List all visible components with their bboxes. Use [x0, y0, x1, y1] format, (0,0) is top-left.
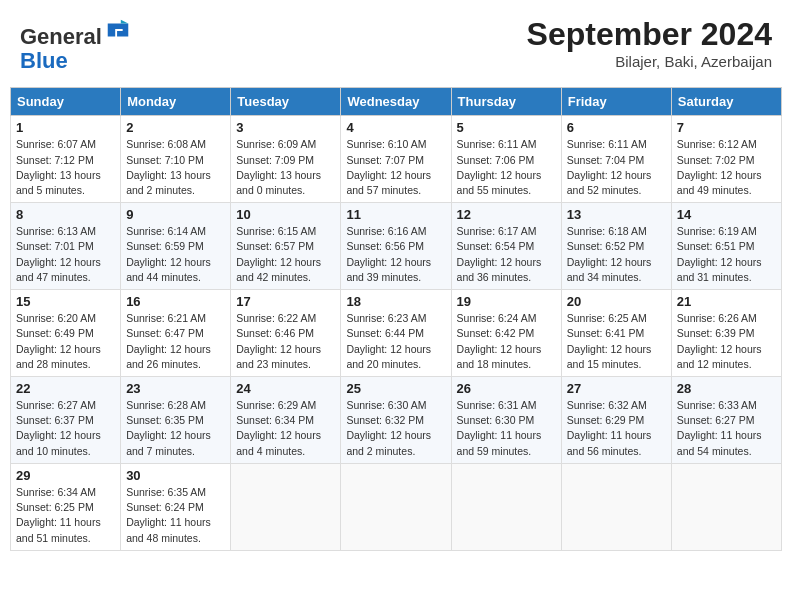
- day-number: 8: [16, 207, 115, 222]
- day-number: 5: [457, 120, 556, 135]
- calendar-cell: 26Sunrise: 6:31 AMSunset: 6:30 PMDayligh…: [451, 377, 561, 464]
- day-number: 1: [16, 120, 115, 135]
- calendar-cell: 27Sunrise: 6:32 AMSunset: 6:29 PMDayligh…: [561, 377, 671, 464]
- day-info: Sunrise: 6:30 AMSunset: 6:32 PMDaylight:…: [346, 398, 445, 459]
- day-info: Sunrise: 6:17 AMSunset: 6:54 PMDaylight:…: [457, 224, 556, 285]
- calendar-cell: 16Sunrise: 6:21 AMSunset: 6:47 PMDayligh…: [121, 290, 231, 377]
- calendar-week-row: 29Sunrise: 6:34 AMSunset: 6:25 PMDayligh…: [11, 463, 782, 550]
- day-info: Sunrise: 6:20 AMSunset: 6:49 PMDaylight:…: [16, 311, 115, 372]
- day-info: Sunrise: 6:34 AMSunset: 6:25 PMDaylight:…: [16, 485, 115, 546]
- day-info: Sunrise: 6:28 AMSunset: 6:35 PMDaylight:…: [126, 398, 225, 459]
- day-info: Sunrise: 6:22 AMSunset: 6:46 PMDaylight:…: [236, 311, 335, 372]
- day-info: Sunrise: 6:14 AMSunset: 6:59 PMDaylight:…: [126, 224, 225, 285]
- calendar-week-row: 15Sunrise: 6:20 AMSunset: 6:49 PMDayligh…: [11, 290, 782, 377]
- day-info: Sunrise: 6:25 AMSunset: 6:41 PMDaylight:…: [567, 311, 666, 372]
- day-info: Sunrise: 6:18 AMSunset: 6:52 PMDaylight:…: [567, 224, 666, 285]
- day-number: 15: [16, 294, 115, 309]
- day-number: 11: [346, 207, 445, 222]
- day-number: 10: [236, 207, 335, 222]
- day-number: 4: [346, 120, 445, 135]
- day-number: 6: [567, 120, 666, 135]
- title-block: September 2024 Bilajer, Baki, Azerbaijan: [527, 16, 772, 70]
- day-info: Sunrise: 6:27 AMSunset: 6:37 PMDaylight:…: [16, 398, 115, 459]
- day-info: Sunrise: 6:13 AMSunset: 7:01 PMDaylight:…: [16, 224, 115, 285]
- day-info: Sunrise: 6:07 AMSunset: 7:12 PMDaylight:…: [16, 137, 115, 198]
- calendar-header-row: SundayMondayTuesdayWednesdayThursdayFrid…: [11, 88, 782, 116]
- day-number: 25: [346, 381, 445, 396]
- day-info: Sunrise: 6:32 AMSunset: 6:29 PMDaylight:…: [567, 398, 666, 459]
- svg-marker-0: [108, 23, 129, 36]
- day-info: Sunrise: 6:09 AMSunset: 7:09 PMDaylight:…: [236, 137, 335, 198]
- calendar-cell: 18Sunrise: 6:23 AMSunset: 6:44 PMDayligh…: [341, 290, 451, 377]
- day-number: 20: [567, 294, 666, 309]
- col-header-wednesday: Wednesday: [341, 88, 451, 116]
- calendar-cell: 8Sunrise: 6:13 AMSunset: 7:01 PMDaylight…: [11, 203, 121, 290]
- calendar-cell: 21Sunrise: 6:26 AMSunset: 6:39 PMDayligh…: [671, 290, 781, 377]
- col-header-friday: Friday: [561, 88, 671, 116]
- col-header-saturday: Saturday: [671, 88, 781, 116]
- day-info: Sunrise: 6:24 AMSunset: 6:42 PMDaylight:…: [457, 311, 556, 372]
- col-header-sunday: Sunday: [11, 88, 121, 116]
- calendar-cell: 1Sunrise: 6:07 AMSunset: 7:12 PMDaylight…: [11, 116, 121, 203]
- calendar-cell: 29Sunrise: 6:34 AMSunset: 6:25 PMDayligh…: [11, 463, 121, 550]
- calendar-week-row: 22Sunrise: 6:27 AMSunset: 6:37 PMDayligh…: [11, 377, 782, 464]
- location: Bilajer, Baki, Azerbaijan: [527, 53, 772, 70]
- calendar-cell: 23Sunrise: 6:28 AMSunset: 6:35 PMDayligh…: [121, 377, 231, 464]
- calendar-cell: 10Sunrise: 6:15 AMSunset: 6:57 PMDayligh…: [231, 203, 341, 290]
- calendar-cell: 3Sunrise: 6:09 AMSunset: 7:09 PMDaylight…: [231, 116, 341, 203]
- day-info: Sunrise: 6:12 AMSunset: 7:02 PMDaylight:…: [677, 137, 776, 198]
- day-info: Sunrise: 6:26 AMSunset: 6:39 PMDaylight:…: [677, 311, 776, 372]
- calendar-cell: 9Sunrise: 6:14 AMSunset: 6:59 PMDaylight…: [121, 203, 231, 290]
- day-number: 22: [16, 381, 115, 396]
- day-number: 24: [236, 381, 335, 396]
- day-number: 7: [677, 120, 776, 135]
- day-number: 17: [236, 294, 335, 309]
- calendar-cell: 5Sunrise: 6:11 AMSunset: 7:06 PMDaylight…: [451, 116, 561, 203]
- page-header: General Blue September 2024 Bilajer, Bak…: [10, 10, 782, 79]
- calendar-cell: 7Sunrise: 6:12 AMSunset: 7:02 PMDaylight…: [671, 116, 781, 203]
- calendar-cell: 11Sunrise: 6:16 AMSunset: 6:56 PMDayligh…: [341, 203, 451, 290]
- day-info: Sunrise: 6:29 AMSunset: 6:34 PMDaylight:…: [236, 398, 335, 459]
- calendar-table: SundayMondayTuesdayWednesdayThursdayFrid…: [10, 87, 782, 550]
- day-number: 16: [126, 294, 225, 309]
- calendar-cell: 2Sunrise: 6:08 AMSunset: 7:10 PMDaylight…: [121, 116, 231, 203]
- day-number: 30: [126, 468, 225, 483]
- day-number: 29: [16, 468, 115, 483]
- calendar-cell: 24Sunrise: 6:29 AMSunset: 6:34 PMDayligh…: [231, 377, 341, 464]
- day-number: 28: [677, 381, 776, 396]
- day-number: 3: [236, 120, 335, 135]
- day-info: Sunrise: 6:11 AMSunset: 7:06 PMDaylight:…: [457, 137, 556, 198]
- day-info: Sunrise: 6:31 AMSunset: 6:30 PMDaylight:…: [457, 398, 556, 459]
- calendar-cell: 14Sunrise: 6:19 AMSunset: 6:51 PMDayligh…: [671, 203, 781, 290]
- calendar-cell: 20Sunrise: 6:25 AMSunset: 6:41 PMDayligh…: [561, 290, 671, 377]
- logo-icon: [104, 16, 132, 44]
- day-number: 21: [677, 294, 776, 309]
- day-info: Sunrise: 6:19 AMSunset: 6:51 PMDaylight:…: [677, 224, 776, 285]
- day-info: Sunrise: 6:21 AMSunset: 6:47 PMDaylight:…: [126, 311, 225, 372]
- logo: General Blue: [20, 16, 132, 73]
- day-number: 9: [126, 207, 225, 222]
- day-info: Sunrise: 6:33 AMSunset: 6:27 PMDaylight:…: [677, 398, 776, 459]
- calendar-cell: 4Sunrise: 6:10 AMSunset: 7:07 PMDaylight…: [341, 116, 451, 203]
- day-info: Sunrise: 6:35 AMSunset: 6:24 PMDaylight:…: [126, 485, 225, 546]
- calendar-cell: 30Sunrise: 6:35 AMSunset: 6:24 PMDayligh…: [121, 463, 231, 550]
- col-header-tuesday: Tuesday: [231, 88, 341, 116]
- day-number: 23: [126, 381, 225, 396]
- col-header-thursday: Thursday: [451, 88, 561, 116]
- day-number: 18: [346, 294, 445, 309]
- day-info: Sunrise: 6:08 AMSunset: 7:10 PMDaylight:…: [126, 137, 225, 198]
- day-number: 26: [457, 381, 556, 396]
- day-number: 13: [567, 207, 666, 222]
- col-header-monday: Monday: [121, 88, 231, 116]
- svg-marker-1: [121, 20, 128, 24]
- calendar-cell: 22Sunrise: 6:27 AMSunset: 6:37 PMDayligh…: [11, 377, 121, 464]
- day-info: Sunrise: 6:16 AMSunset: 6:56 PMDaylight:…: [346, 224, 445, 285]
- month-year: September 2024: [527, 16, 772, 53]
- calendar-cell: 28Sunrise: 6:33 AMSunset: 6:27 PMDayligh…: [671, 377, 781, 464]
- calendar-cell: 12Sunrise: 6:17 AMSunset: 6:54 PMDayligh…: [451, 203, 561, 290]
- calendar-cell: [451, 463, 561, 550]
- calendar-cell: 25Sunrise: 6:30 AMSunset: 6:32 PMDayligh…: [341, 377, 451, 464]
- calendar-cell: [341, 463, 451, 550]
- day-number: 12: [457, 207, 556, 222]
- calendar-cell: [231, 463, 341, 550]
